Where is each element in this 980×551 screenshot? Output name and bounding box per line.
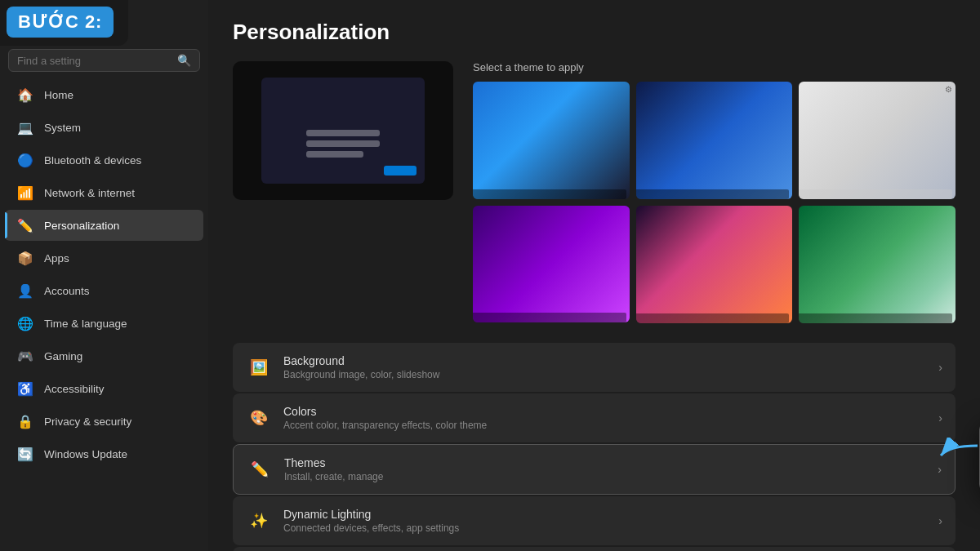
theme-taskbar-4 (473, 313, 626, 322)
theme-thumb-inner-4 (473, 206, 630, 323)
theme-section: Select a theme to apply (233, 61, 956, 323)
sidebar-item-accounts[interactable]: 👤 Accounts (5, 275, 203, 306)
tooltip-arrow-container (933, 438, 980, 477)
home-icon: 🏠 (16, 86, 34, 104)
sidebar-item-label-time: Time & language (44, 318, 127, 330)
settings-item-dynamic-lighting[interactable]: ✨ Dynamic Lighting Connected devices, ef… (233, 496, 956, 545)
sidebar-item-label-windows-update: Windows Update (44, 448, 127, 460)
sidebar-item-apps[interactable]: 📦 Apps (5, 242, 203, 273)
sidebar-item-label-personalization: Personalization (44, 220, 119, 232)
preview-line-1 (306, 130, 380, 136)
theme-select-section: Select a theme to apply (473, 61, 956, 323)
themes-title: Themes (284, 456, 938, 469)
theme-thumb-3[interactable] (799, 82, 956, 199)
sidebar-item-label-apps: Apps (44, 252, 69, 264)
theme-taskbar-1 (473, 189, 626, 199)
sidebar-item-windows-update[interactable]: 🔄 Windows Update (5, 438, 203, 469)
active-bar (5, 212, 7, 238)
theme-preview-inner (261, 78, 425, 184)
time-icon: 🌐 (16, 314, 34, 332)
windows-update-icon: 🔄 (16, 445, 34, 463)
sidebar-item-personalization[interactable]: ✏️ Personalization (5, 210, 203, 241)
sidebar-item-home[interactable]: 🏠 Home (5, 79, 203, 110)
themes-text: Themes Install, create, manage (284, 456, 938, 482)
background-text: Background Background image, color, slid… (283, 354, 938, 380)
sidebar-item-system[interactable]: 💻 System (5, 112, 203, 143)
dynamic-lighting-title: Dynamic Lighting (283, 508, 938, 521)
settings-list: 🖼️ Background Background image, color, s… (233, 343, 956, 552)
page-title: Personalization (233, 20, 956, 45)
theme-taskbar-2 (636, 189, 790, 199)
tooltip-arrow-svg (933, 438, 980, 473)
network-icon: 📶 (16, 184, 34, 202)
settings-item-colors[interactable]: 🎨 Colors Accent color, transparency effe… (233, 393, 956, 442)
system-icon: 💻 (16, 118, 34, 136)
theme-thumb-4[interactable] (473, 206, 630, 323)
theme-thumb-inner-6 (799, 206, 956, 323)
dynamic-lighting-subtitle: Connected devices, effects, app settings (283, 522, 938, 534)
sidebar-item-label-network: Network & internet (44, 187, 135, 199)
background-icon: 🖼️ (246, 354, 272, 380)
preview-button (384, 166, 416, 176)
theme-taskbar-6 (799, 313, 952, 323)
colors-title: Colors (283, 405, 938, 418)
theme-thumb-5[interactable] (636, 206, 793, 323)
dynamic-lighting-icon: ✨ (246, 508, 272, 534)
sidebar-item-bluetooth[interactable]: 🔵 Bluetooth & devices (5, 144, 203, 176)
sidebar-item-label-home: Home (44, 89, 74, 101)
theme-thumb-1[interactable] (473, 82, 630, 199)
personalization-icon: ✏️ (16, 216, 34, 234)
background-title: Background (283, 354, 938, 367)
preview-lines (306, 130, 380, 158)
sidebar-item-network[interactable]: 📶 Network & internet (5, 177, 203, 208)
accounts-icon: 👤 (16, 282, 34, 300)
theme-grid (473, 82, 956, 323)
search-box[interactable]: 🔍 (8, 49, 200, 72)
apps-icon: 📦 (16, 249, 34, 267)
themes-icon: ✏️ (247, 456, 273, 482)
privacy-icon: 🔒 (16, 412, 34, 430)
colors-chevron: › (938, 411, 942, 424)
theme-thumb-inner-5 (636, 206, 793, 323)
gaming-icon: 🎮 (16, 347, 34, 365)
accessibility-icon: ♿ (16, 380, 34, 398)
background-chevron: › (938, 361, 942, 374)
theme-taskbar-5 (636, 313, 790, 323)
theme-thumb-inner-2 (636, 82, 793, 199)
buoc2-label: BƯỚC 2: (7, 7, 114, 38)
search-icon: 🔍 (177, 54, 191, 67)
theme-thumb-inner-1 (473, 82, 630, 199)
sidebar-item-gaming[interactable]: 🎮 Gaming (5, 340, 203, 371)
themes-subtitle: Install, create, manage (284, 471, 938, 482)
theme-taskbar-3 (799, 189, 952, 199)
dynamic-lighting-chevron: › (938, 514, 942, 527)
dynamic-lighting-text: Dynamic Lighting Connected devices, effe… (283, 508, 938, 534)
sidebar: BƯỚC 2: 🔍 🏠 Home 💻 System 🔵 Bluetooth & … (0, 0, 208, 551)
sidebar-item-privacy[interactable]: 🔒 Privacy & security (5, 406, 203, 437)
settings-item-lock-screen[interactable]: 🖥️ Lock screen Lock screen images, apps,… (233, 547, 956, 552)
colors-icon: 🎨 (246, 405, 272, 431)
background-subtitle: Background image, color, slideshow (283, 369, 938, 380)
settings-item-background[interactable]: 🖼️ Background Background image, color, s… (233, 343, 956, 392)
sidebar-item-accessibility[interactable]: ♿ Accessibility (5, 373, 203, 404)
sidebar-item-label-accessibility: Accessibility (44, 383, 105, 395)
colors-subtitle: Accent color, transparency effects, colo… (283, 420, 938, 431)
sidebar-item-label-accounts: Accounts (44, 285, 90, 297)
theme-thumb-inner-3 (799, 82, 956, 199)
theme-thumb-6[interactable] (799, 206, 956, 323)
theme-thumb-2[interactable] (636, 82, 793, 199)
preview-line-3 (306, 151, 363, 158)
main-content: Personalization Select a theme to apply (208, 0, 980, 551)
sidebar-item-time[interactable]: 🌐 Time & language (5, 308, 203, 339)
settings-item-themes[interactable]: ✏️ Themes Install, create, manage › (233, 444, 956, 495)
bluetooth-icon: 🔵 (16, 151, 34, 169)
preview-line-2 (306, 140, 380, 147)
sidebar-item-label-system: System (44, 122, 81, 134)
sidebar-item-label-privacy: Privacy & security (44, 415, 131, 428)
buoc2-badge: BƯỚC 2: (0, 0, 128, 46)
theme-select-label: Select a theme to apply (473, 61, 956, 73)
colors-text: Colors Accent color, transparency effect… (283, 405, 938, 431)
search-input[interactable] (17, 55, 177, 67)
sidebar-item-label-bluetooth: Bluetooth & devices (44, 154, 141, 167)
sidebar-item-label-gaming: Gaming (44, 350, 82, 362)
